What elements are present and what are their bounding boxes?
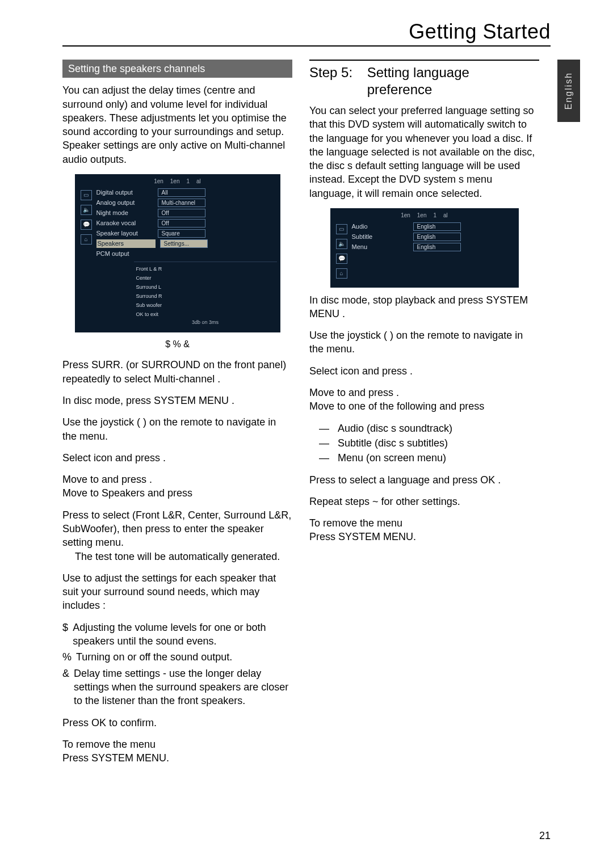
option-subtitle: —Subtitle (disc s subtitles)	[318, 436, 539, 450]
speaker-icon: 🔈	[336, 239, 347, 249]
callout-dollar: $Adjusting the volume levels for one or …	[62, 621, 292, 648]
osd-speaker-settings: 1en 1en 1 al ▭ 🔈 💬 ⌂ Digital outputAll A…	[75, 174, 280, 332]
right-column: Step 5: Setting language preference You …	[309, 60, 539, 552]
r-step-3: Select icon and press .	[309, 364, 539, 378]
r-step-2: Use the joystick ( ) on the remote to na…	[309, 328, 539, 356]
callout-percent: %Turning on or off the sound output.	[62, 650, 292, 664]
subtitle-icon: 💬	[81, 220, 92, 230]
step-2: In disc mode, press SYSTEM MENU .	[62, 394, 292, 407]
option-menu: —Menu (on screen menu)	[318, 451, 539, 465]
osd-menu-list: Digital outputAll Analog outputMulti-cha…	[94, 188, 277, 326]
step-5: Move to and press . Move to Speakers and…	[62, 473, 292, 500]
r-step-7: To remove the menu Press SYSTEM MENU.	[309, 516, 539, 544]
osd-nested-speaker-panel: Front L & R Center Surround L Surround R…	[134, 262, 277, 326]
step-9: To remove the menu Press SYSTEM MENU.	[62, 738, 292, 765]
callout-markers: $ % &	[62, 338, 292, 351]
step-8: Press OK to confirm.	[62, 716, 292, 730]
step-3: Use the joystick ( ) on the remote to na…	[62, 415, 292, 443]
step5-heading: Step 5: Setting language preference	[309, 60, 539, 98]
osd-menu-list-right: AudioEnglish SubtitleEnglish MenuEnglish	[350, 222, 515, 281]
home-icon: ⌂	[81, 234, 92, 245]
intro-left: You can adjust the delay times (centre a…	[62, 83, 292, 166]
callout-amp: &Delay time settings - use the longer de…	[62, 667, 292, 708]
osd-top-tabs-right: 1en 1en 1 al	[334, 212, 515, 220]
step-4: Select icon and press .	[62, 451, 292, 465]
r-step-4: Move to and press . Move to one of the f…	[309, 386, 539, 414]
home-icon: ⌂	[336, 268, 347, 279]
screen-icon: ▭	[336, 224, 347, 234]
subhead-speakers-channels: Setting the speakers channels	[62, 60, 292, 78]
r-step-6: Repeat steps ~ for other settings.	[309, 495, 539, 508]
left-column: Setting the speakers channels You can ad…	[62, 60, 292, 773]
step-1: Press SURR. (or SURROUND on the front pa…	[62, 358, 292, 386]
osd-side-icons-right: ▭ 🔈 💬 ⌂	[334, 222, 350, 281]
intro-right: You can select your preferred language s…	[309, 104, 539, 200]
screen-icon: ▭	[81, 190, 92, 200]
page-title: Getting Started	[409, 20, 551, 44]
step-7: Use to adjust the settings for each spea…	[62, 571, 292, 613]
language-tab: English	[557, 60, 580, 122]
r-step-5: Press to select a language and press OK …	[309, 473, 539, 487]
title-rule	[62, 45, 551, 47]
step-6: Press to select (Front L&R, Center, Surr…	[62, 508, 292, 563]
subtitle-icon: 💬	[336, 254, 347, 264]
page-number: 21	[539, 830, 551, 842]
osd-language-settings: 1en 1en 1 al ▭ 🔈 💬 ⌂ AudioEnglish Subtit…	[330, 208, 519, 288]
language-tab-label: English	[564, 72, 574, 109]
r-step-1: In disc mode, stop playback and press SY…	[309, 293, 539, 321]
option-audio: —Audio (disc s soundtrack)	[318, 422, 539, 435]
osd-top-tabs: 1en 1en 1 al	[78, 178, 277, 186]
osd-side-icons: ▭ 🔈 💬 ⌂	[78, 188, 94, 326]
speaker-icon: 🔈	[81, 205, 92, 215]
